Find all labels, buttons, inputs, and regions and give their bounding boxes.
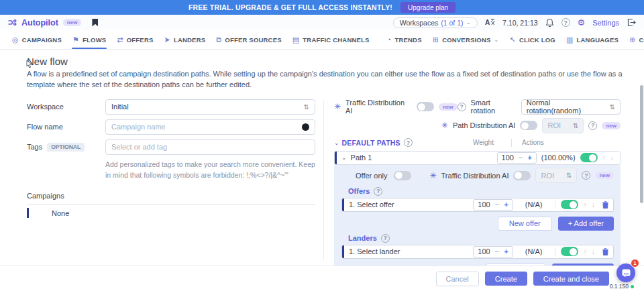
move-up-down-arrows[interactable]: ↑ ↓ xyxy=(584,200,596,209)
new-offer-button[interactable]: New offer xyxy=(498,217,552,231)
tags-label: Tags OPTIONAL xyxy=(27,143,105,152)
plus-button[interactable]: + xyxy=(527,154,531,162)
path-row[interactable]: ⌄ Path 1 100 − + (100.00%) ↑ ↓ xyxy=(334,151,621,165)
tab-offer-sources[interactable]: ⧉OFFER SOURCES xyxy=(211,30,286,49)
offer-only-toggle[interactable] xyxy=(394,171,411,180)
tab-click-log[interactable]: ↖CLICK LOG xyxy=(504,30,560,49)
move-up-down-arrows[interactable]: ↑ ↓ xyxy=(602,154,615,162)
roi-select[interactable]: ROI ⇅ xyxy=(535,168,577,183)
translate-icon[interactable]: A xyxy=(485,18,495,27)
flag-banner-icon: ▥ xyxy=(566,36,574,44)
tags-row: Tags OPTIONAL xyxy=(27,139,315,155)
trash-icon[interactable] xyxy=(602,247,609,256)
settings-link[interactable]: Settings xyxy=(592,19,619,27)
offer-select[interactable]: 1. Select offer xyxy=(349,200,468,209)
offer-row: 1. Select offer 100 − + (N/A) ↑ ↓ xyxy=(341,198,614,212)
mouse-cursor-icon xyxy=(24,60,33,70)
tags-input[interactable] xyxy=(111,143,309,151)
help-icon[interactable]: ? xyxy=(374,187,382,196)
workspaces-label: Workspaces xyxy=(400,19,439,27)
gear-icon[interactable]: ⚙ xyxy=(578,18,586,27)
app-window: FREE TRIAL. UPGRADE & GET FULL ACCESS IN… xyxy=(0,0,644,291)
help-icon[interactable]: ? xyxy=(561,18,570,27)
add-offer-button[interactable]: + Add offer xyxy=(558,217,614,231)
svg-text:A: A xyxy=(485,19,490,26)
tab-offers[interactable]: ⇄OFFERS xyxy=(111,30,158,49)
path-share: (100.00%) xyxy=(541,154,576,162)
status-dot xyxy=(631,285,634,288)
page-title: New flow xyxy=(27,56,644,67)
color-dot[interactable] xyxy=(302,123,309,131)
row-separator xyxy=(555,247,555,256)
campaigns-section: Campaigns None xyxy=(27,192,315,219)
cancel-button[interactable]: Cancel xyxy=(436,272,479,286)
help-icon[interactable]: ? xyxy=(582,171,590,180)
workspace-select[interactable]: Initial ⇅ xyxy=(105,99,315,115)
offer-only-row: Offer only ✳ Traffic Distribution AI ROI… xyxy=(341,168,614,184)
help-icon[interactable]: ? xyxy=(458,103,466,111)
tab-languages[interactable]: ▥LANGUAGES xyxy=(561,30,624,49)
roi-select[interactable]: ROI ⇅ xyxy=(542,118,584,133)
header-actions: Workspaces (1 of 1) ⌄ A 7.10, 21:13 ? ⚙ … xyxy=(393,17,636,28)
lander-enabled-toggle[interactable] xyxy=(561,247,578,256)
plus-button[interactable]: + xyxy=(504,200,508,209)
lander-weight-value[interactable]: 100 xyxy=(478,247,490,255)
move-up-down-arrows[interactable]: ↑ ↓ xyxy=(584,247,596,255)
landers-title-text: Landers xyxy=(348,234,377,242)
minus-button[interactable]: − xyxy=(519,154,523,162)
chevron-down-icon: ⌄ xyxy=(466,19,472,25)
paper-plane-icon: ➤ xyxy=(164,36,170,44)
ai-sparkle-icon: ✳ xyxy=(334,103,341,111)
offer-weight-value[interactable]: 100 xyxy=(478,200,490,209)
tab-label: CONVERSIONS xyxy=(442,36,490,44)
path-enabled-toggle[interactable] xyxy=(580,153,598,162)
logout-icon[interactable] xyxy=(627,18,636,27)
offer-buttons: New offer + Add offer xyxy=(341,217,614,231)
tab-campaigns[interactable]: ◎CAMPAIGNS xyxy=(7,30,67,49)
offer-enabled-toggle[interactable] xyxy=(561,200,578,209)
trash-icon[interactable] xyxy=(602,200,609,209)
vertical-scrollbar[interactable] xyxy=(640,85,643,203)
minus-button[interactable]: − xyxy=(495,200,499,209)
traffic-ai-row: ✳ Traffic Distribution AI new ? Smart ro… xyxy=(334,99,621,115)
tab-label: OFFERS xyxy=(127,36,154,44)
tab-label: CAMPAIGNS xyxy=(22,36,62,44)
plus-button[interactable]: + xyxy=(504,247,508,255)
help-icon[interactable]: ? xyxy=(381,234,390,243)
minus-button[interactable]: − xyxy=(495,247,499,255)
smart-rotation-select[interactable]: Normal rotation(random) ⇅ xyxy=(521,99,621,115)
tab-label: OFFER SOURCES xyxy=(225,36,281,44)
help-icon[interactable]: ? xyxy=(588,121,597,130)
flow-name-input[interactable] xyxy=(111,123,302,131)
path-weight-stepper: 100 − + xyxy=(497,152,537,164)
chevron-down-icon[interactable]: ⌄ xyxy=(341,154,347,161)
tab-trends[interactable]: ◔TRENDS xyxy=(382,30,427,49)
tab-label: COUNTRIES xyxy=(639,36,644,44)
tags-field xyxy=(105,139,315,155)
chevron-down-icon[interactable]: ⌄ xyxy=(334,139,339,146)
tags-label-text: Tags xyxy=(27,143,42,151)
brand-name: Autopilot xyxy=(21,18,58,27)
path-ai-toggle[interactable] xyxy=(520,121,537,130)
lander-share: (N/A) xyxy=(519,247,549,255)
create-and-close-button[interactable]: Create and close xyxy=(533,272,609,286)
tab-countries[interactable]: ⊕COUNTRIES⌄ xyxy=(624,30,644,49)
bell-icon[interactable] xyxy=(545,18,554,27)
upgrade-plan-button[interactable]: Upgrade plan xyxy=(400,2,455,13)
lander-select[interactable]: 1. Select lander xyxy=(349,247,468,255)
traffic-ai-toggle[interactable] xyxy=(417,102,434,111)
tab-label: CLICK LOG xyxy=(519,36,555,44)
tab-landers[interactable]: ➤LANDERS xyxy=(159,30,211,49)
lander-row: 1. Select lander 100 − + (N/A) ↑ ↓ xyxy=(341,245,614,259)
tab-flows[interactable]: ⚑FLOWS xyxy=(67,30,111,49)
tab-conversions[interactable]: ⊞CONVERSIONS⌄ xyxy=(427,30,504,49)
workspaces-selector[interactable]: Workspaces (1 of 1) ⌄ xyxy=(393,17,478,28)
path-weight-value[interactable]: 100 xyxy=(502,154,514,162)
bookmark-icon[interactable] xyxy=(92,19,98,27)
path-traffic-ai-toggle[interactable] xyxy=(513,171,531,180)
tab-traffic-channels[interactable]: ▤TRAFFIC CHANNELS xyxy=(287,30,375,49)
create-button[interactable]: Create xyxy=(485,272,527,286)
help-icon[interactable]: ? xyxy=(404,138,413,147)
notification-badge: 1 xyxy=(631,259,639,268)
smart-rotation-value: Normal rotation(random) xyxy=(527,99,606,115)
